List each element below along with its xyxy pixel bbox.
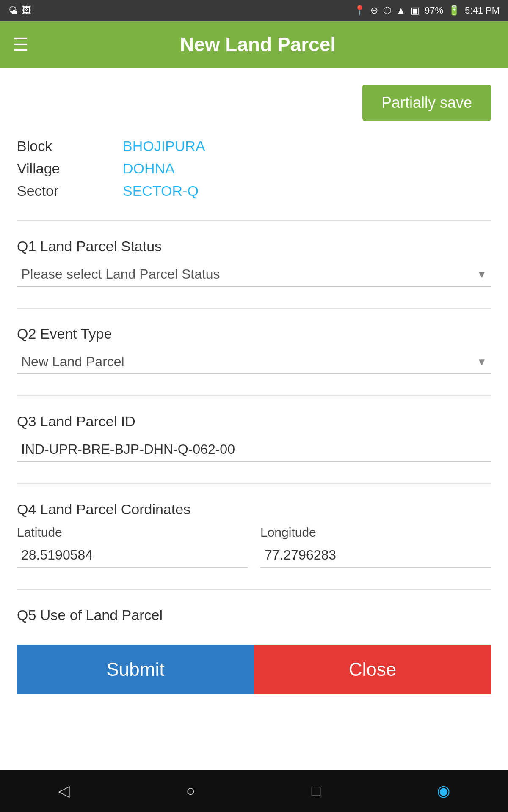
q2-label: Q2 Event Type xyxy=(17,326,491,342)
longitude-label: Longitude xyxy=(260,525,491,540)
village-value: DOHNA xyxy=(123,160,175,177)
partially-save-row: Partially save xyxy=(17,85,491,121)
divider-1 xyxy=(17,220,491,221)
longitude-block: Longitude xyxy=(260,525,491,568)
page-title: New Land Parcel xyxy=(41,33,474,56)
back-icon[interactable]: ◁ xyxy=(58,782,70,800)
latitude-input[interactable] xyxy=(17,543,248,568)
divider-2 xyxy=(17,308,491,309)
time-display: 5:41 PM xyxy=(465,5,500,16)
cloud-icon: 🌤 xyxy=(8,5,18,16)
info-block: Block BHOJIPURA Village DOHNA Sector SEC… xyxy=(17,138,491,199)
q5-block: Q5 Use of Land Parcel xyxy=(17,607,491,623)
latitude-label: Latitude xyxy=(17,525,248,540)
q2-dropdown[interactable]: New Land Parcel xyxy=(17,350,491,374)
divider-3 xyxy=(17,395,491,396)
divider-5 xyxy=(17,589,491,590)
longitude-input[interactable] xyxy=(260,543,491,568)
main-content: Partially save Block BHOJIPURA Village D… xyxy=(0,68,508,770)
q1-dropdown[interactable]: Please select Land Parcel Status xyxy=(17,262,491,287)
q3-block: Q3 Land Parcel ID xyxy=(17,413,491,462)
q2-block: Q2 Event Type New Land Parcel ▼ xyxy=(17,326,491,374)
sector-row: Sector SECTOR-Q xyxy=(17,183,491,199)
q3-label: Q3 Land Parcel ID xyxy=(17,413,491,430)
sector-value: SECTOR-Q xyxy=(123,183,199,199)
location-icon: 📍 xyxy=(354,5,365,16)
battery-icon: 🔋 xyxy=(448,5,460,16)
wifi-icon: ▲ xyxy=(396,5,406,16)
q1-block: Q1 Land Parcel Status Please select Land… xyxy=(17,238,491,287)
nav-bar: ◁ ○ □ ◉ xyxy=(0,770,508,812)
close-button[interactable]: Close xyxy=(254,645,491,694)
image-icon: 🖼 xyxy=(22,5,31,16)
app-bar: ☰ New Land Parcel xyxy=(0,21,508,68)
minus-circle-icon: ⊖ xyxy=(370,5,378,16)
assistant-icon[interactable]: ◉ xyxy=(437,782,450,800)
signal-icon: ⬡ xyxy=(383,5,391,16)
battery-percent: 97% xyxy=(425,5,443,16)
status-bar-left: 🌤 🖼 xyxy=(8,5,31,16)
partially-save-button[interactable]: Partially save xyxy=(362,85,491,121)
block-row: Block BHOJIPURA xyxy=(17,138,491,154)
status-bar-right: 📍 ⊖ ⬡ ▲ ▣ 97% 🔋 5:41 PM xyxy=(354,5,500,16)
hamburger-menu-icon[interactable]: ☰ xyxy=(13,34,29,55)
q3-input[interactable] xyxy=(17,437,491,462)
block-value: BHOJIPURA xyxy=(123,138,205,154)
q5-label: Q5 Use of Land Parcel xyxy=(17,607,491,623)
divider-4 xyxy=(17,483,491,484)
sector-label: Sector xyxy=(17,183,123,199)
submit-button[interactable]: Submit xyxy=(17,645,254,694)
village-row: Village DOHNA xyxy=(17,160,491,177)
latitude-block: Latitude xyxy=(17,525,248,568)
q4-label: Q4 Land Parcel Cordinates xyxy=(17,501,491,518)
q4-block: Q4 Land Parcel Cordinates Latitude Longi… xyxy=(17,501,491,568)
coordinates-row: Latitude Longitude xyxy=(17,525,491,568)
village-label: Village xyxy=(17,160,123,177)
block-label: Block xyxy=(17,138,123,154)
q1-dropdown-wrapper: Please select Land Parcel Status ▼ xyxy=(17,262,491,287)
status-bar: 🌤 🖼 📍 ⊖ ⬡ ▲ ▣ 97% 🔋 5:41 PM xyxy=(0,0,508,21)
q1-label: Q1 Land Parcel Status xyxy=(17,238,491,255)
home-icon[interactable]: ○ xyxy=(186,782,196,800)
bottom-buttons: Submit Close xyxy=(17,645,491,694)
q2-dropdown-wrapper: New Land Parcel ▼ xyxy=(17,350,491,374)
no-sim-icon: ▣ xyxy=(411,5,420,16)
recents-icon[interactable]: □ xyxy=(312,782,321,800)
